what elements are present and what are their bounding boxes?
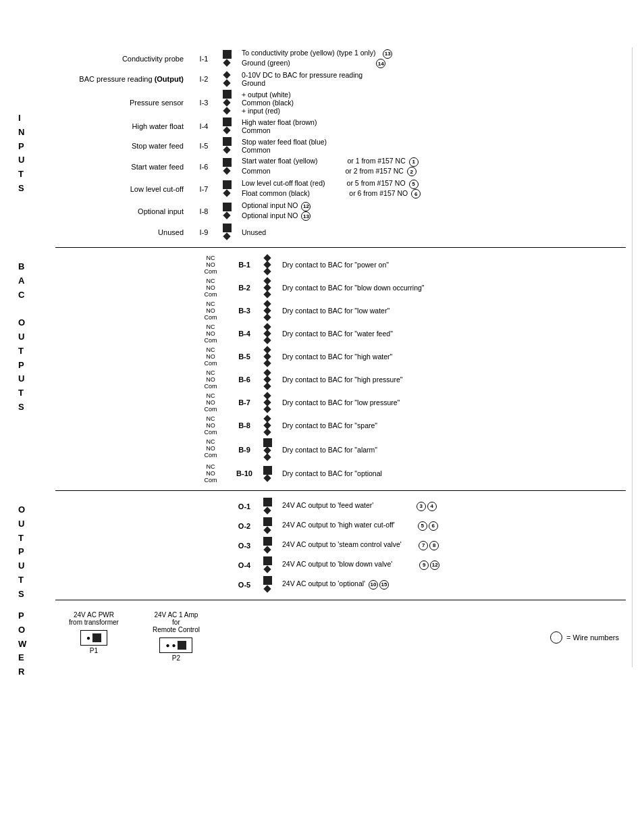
terminal-id: I-6 (190, 155, 217, 178)
outputs-label: OUTPUTS (18, 503, 26, 602)
row-description: Optional input NO 12 Optional input NO 1… (236, 200, 626, 222)
table-row: NCNOCom B-8 Dry contact to BAC for "spar… (55, 414, 626, 437)
row-description: Low level cut-off float (red) or 5 from … (236, 178, 626, 200)
terminal-id: B-6 (231, 368, 258, 391)
connector (258, 555, 277, 575)
terminal-id: I-8 (190, 200, 217, 222)
bac-sub-labels: NCNOCom (190, 345, 231, 368)
row-description: Dry contact to BAC for "blow down occurr… (277, 276, 626, 299)
table-row: Optional input I-8 Optional input NO 12 … (55, 200, 626, 222)
terminal-id: B-3 (231, 299, 258, 322)
terminal-id: I-2 (190, 70, 217, 88)
bac-sub-labels: NCNOCom (190, 299, 231, 322)
row-label: Optional input (55, 200, 190, 222)
connector (258, 575, 277, 594)
row-description: Dry contact to BAC for "low water" (277, 299, 626, 322)
terminal-id: I-4 (190, 116, 217, 136)
p2-connector-right: ● (171, 642, 176, 649)
outputs-table: O-1 24V AC output to 'feed water' 34 (55, 496, 626, 594)
terminal-id: B-2 (231, 276, 258, 299)
row-description: Dry contact to BAC for "low pressure" (277, 391, 626, 414)
table-row: NCNOCom B-4 Dry contact to BAC for "wate… (55, 322, 626, 345)
connector (217, 47, 236, 70)
table-row: NCNOCom B-2 Dry contact to BAC for "blow… (55, 276, 626, 299)
p2-connector-left: ● (165, 642, 169, 649)
row-label: Stop water feed (55, 136, 190, 155)
row-description: Dry contact to BAC for "high pressure" (277, 368, 626, 391)
terminal-id: B-1 (231, 253, 258, 276)
bac-sub-labels: NCNOCom (190, 462, 231, 485)
p1-id: P1 (90, 647, 98, 654)
connector (217, 70, 236, 88)
row-label: Unused (55, 222, 190, 242)
terminal-id: O-5 (231, 575, 258, 594)
connector (217, 222, 236, 242)
terminal-id: O-4 (231, 555, 258, 575)
terminal-id: B-8 (231, 414, 258, 437)
wire-num: 14 (376, 59, 385, 68)
inputs-table: Conductivity probe I-1 To conductivity p… (55, 47, 626, 242)
row-label: Pressure sensor (55, 88, 190, 116)
connector (217, 200, 236, 222)
terminal-id: O-3 (231, 536, 258, 555)
table-row: Conductivity probe I-1 To conductivity p… (55, 47, 626, 70)
bac-sub-labels: NCNOCom (190, 253, 231, 276)
table-row: NCNOCom B-9 Dry contact to BAC for "alar… (55, 437, 626, 462)
table-row: O-1 24V AC output to 'feed water' 34 (55, 496, 626, 516)
p2-id: P2 (172, 654, 180, 662)
terminal-id: I-9 (190, 222, 217, 242)
row-description: 24V AC output to 'steam control valve' 7… (277, 536, 626, 555)
row-label: Low level cut-off (55, 178, 190, 200)
connector (258, 276, 277, 299)
terminal-id: O-1 (231, 496, 258, 516)
bac-sub-labels: NCNOCom (190, 391, 231, 414)
table-row: NCNOCom B-1 Dry contact to BAC for "powe… (55, 253, 626, 276)
row-description: 24V AC output to 'feed water' 34 (277, 496, 626, 516)
connector (217, 136, 236, 155)
terminal-id: B-9 (231, 437, 258, 462)
table-row: O-5 24V AC output to 'optional' 1015 (55, 575, 626, 594)
connector (258, 437, 277, 462)
wire-legend: = Wire numbers (550, 631, 619, 644)
row-label: Start water feed (55, 155, 190, 178)
connector (217, 116, 236, 136)
row-label: Conductivity probe (55, 47, 190, 70)
terminal-id: I-3 (190, 88, 217, 116)
row-description: 24V AC output to 'high water cut-off' 56 (277, 516, 626, 536)
connector (258, 462, 277, 485)
row-description: 0-10V DC to BAC for pressure readingGrou… (236, 70, 626, 88)
table-row: Start water feed I-6 Start water float (… (55, 155, 626, 178)
row-description: Dry contact to BAC for "power on" (277, 253, 626, 276)
connector (258, 322, 277, 345)
bac-sub-labels: NCNOCom (190, 414, 231, 437)
terminal-id: B-7 (231, 391, 258, 414)
bac-sub-labels: NCNOCom (190, 437, 231, 462)
connector (258, 516, 277, 536)
legend-text: = Wire numbers (566, 633, 619, 642)
connector (258, 496, 277, 516)
row-description: Dry contact to BAC for "water feed" (277, 322, 626, 345)
table-row: High water float I-4 High water float (b… (55, 116, 626, 136)
bac-outputs-label: BAC OUTPUTS (18, 260, 26, 415)
table-row: Stop water feed I-5 Stop water feed floa… (55, 136, 626, 155)
p1-connector-left: ● (86, 634, 90, 642)
connector (258, 368, 277, 391)
connector (258, 536, 277, 555)
page: I N P U T S Conductivity probe I-1 (0, 0, 644, 834)
table-row: NCNOCom B-3 Dry contact to BAC for "low … (55, 299, 626, 322)
table-row: O-2 24V AC output to 'high water cut-off… (55, 516, 626, 536)
terminal-id: O-2 (231, 516, 258, 536)
bac-sub-labels: NCNOCom (190, 276, 231, 299)
row-description: 24V AC output to 'blow down valve' 912 (277, 555, 626, 575)
row-description: Dry contact to BAC for "optional (277, 462, 626, 485)
terminal-id: B-4 (231, 322, 258, 345)
table-row: Low level cut-off I-7 Low level cut-off … (55, 178, 626, 200)
connector (258, 253, 277, 276)
p1-label: 24V AC PWRfrom transformer (69, 611, 119, 626)
row-label: High water float (55, 116, 190, 136)
connector (217, 88, 236, 116)
connector (217, 155, 236, 178)
table-row: NCNOCom B-7 Dry contact to BAC for "low … (55, 391, 626, 414)
table-row: Pressure sensor I-3 + output (white)Comm… (55, 88, 626, 116)
row-description: Start water float (yellow) or 1 from #15… (236, 155, 626, 178)
